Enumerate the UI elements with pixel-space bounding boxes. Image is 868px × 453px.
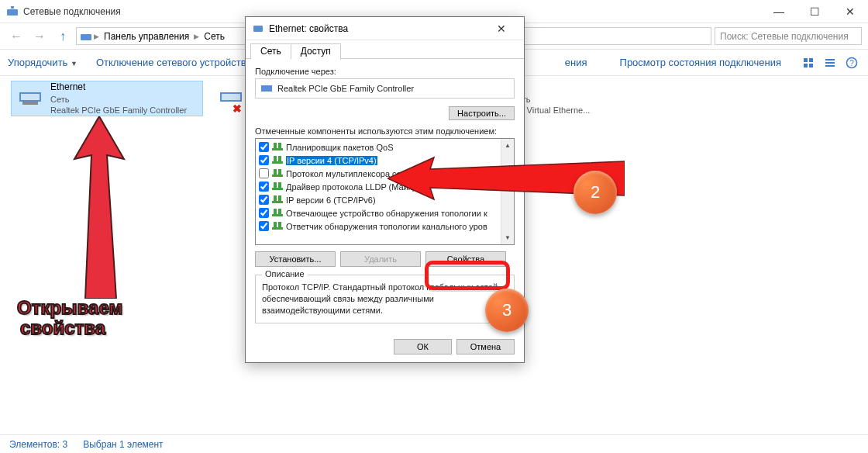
network-icon: [80, 30, 92, 43]
status-bar: Элементов: 3 Выбран 1 элемент: [0, 434, 868, 453]
component-row[interactable]: Ответчик обнаружения топологии канальног…: [257, 220, 499, 233]
component-label: IP версии 6 (TCP/IPv6): [286, 195, 376, 205]
scroll-down-icon[interactable]: ▼: [501, 231, 514, 244]
dialog-title: Ethernet: свойства: [269, 23, 485, 34]
window-title: Сетевые подключения: [23, 6, 761, 17]
forward-button[interactable]: →: [29, 28, 50, 45]
protocol-icon: [271, 155, 284, 166]
protocol-icon: [271, 195, 284, 206]
disabled-icon: ✖: [232, 102, 242, 115]
svg-rect-29: [272, 201, 283, 203]
svg-rect-34: [278, 209, 281, 214]
connection-partial[interactable]: еть ni Virtual Etherne...: [513, 81, 653, 116]
svg-rect-27: [274, 182, 277, 188]
component-label: Драйвер протокола LLDP (Майкро т): [286, 182, 431, 192]
svg-rect-9: [825, 65, 835, 67]
status-selection: Выбран 1 элемент: [83, 439, 163, 450]
window-controls: — ☐ ✕: [761, 0, 868, 22]
help-button[interactable]: ?: [843, 54, 860, 71]
connection-ethernet[interactable]: Ethernet Сеть Realtek PCIe GbE Family Co…: [11, 81, 203, 116]
component-row[interactable]: Драйвер протокола LLDP (Майкро т): [257, 180, 499, 193]
adapter-icon: [260, 82, 273, 95]
search-input[interactable]: Поиск: Сетевые подключения: [715, 27, 862, 45]
svg-rect-14: [222, 94, 240, 100]
configure-button[interactable]: Настроить...: [449, 106, 515, 120]
component-checkbox[interactable]: [259, 168, 269, 178]
scrollbar[interactable]: ▲ ▼: [501, 139, 514, 244]
svg-rect-6: [809, 64, 813, 67]
svg-rect-33: [274, 209, 277, 214]
tab-network[interactable]: Сеть: [250, 43, 291, 60]
svg-rect-7: [825, 59, 835, 61]
svg-rect-19: [278, 143, 281, 148]
component-row[interactable]: Протокол мультиплексора се: [257, 167, 499, 180]
view-state[interactable]: ения: [565, 57, 587, 68]
breadcrumb-sep: ▶: [94, 33, 99, 40]
dialog-close-button[interactable]: ✕: [485, 17, 518, 40]
connection-text: Ethernet Сеть Realtek PCIe GbE Family Co…: [50, 81, 198, 116]
svg-rect-24: [274, 169, 277, 175]
component-label: Планировщик пакетов QoS: [286, 143, 394, 152]
component-label: IP версии 4 (TCP/IPv4): [286, 156, 377, 165]
component-checkbox[interactable]: [259, 208, 269, 218]
adapter-box: Realtek PCIe GbE Family Controller: [255, 78, 515, 99]
disable-device-button[interactable]: Отключение сетевого устройства: [96, 57, 252, 68]
component-checkbox[interactable]: [259, 221, 269, 231]
svg-rect-25: [278, 169, 281, 175]
network-icon: [6, 5, 19, 18]
component-label: Протокол мультиплексора се: [286, 169, 401, 178]
tab-access[interactable]: Доступ: [291, 43, 341, 60]
protocol-icon: [271, 182, 284, 192]
component-row[interactable]: IP версии 4 (TCP/IPv4): [257, 154, 499, 167]
adapter-name: Realtek PCIe GbE Family Controller: [277, 84, 414, 93]
details-button[interactable]: [822, 54, 839, 71]
install-button[interactable]: Установить...: [255, 251, 336, 267]
scroll-up-icon[interactable]: ▲: [501, 139, 514, 152]
component-checkbox[interactable]: [259, 142, 269, 152]
component-row[interactable]: IP версии 6 (TCP/IPv6): [257, 193, 499, 206]
svg-rect-32: [272, 214, 283, 216]
protocol-icon: [271, 168, 284, 179]
connection-text: еть ni Virtual Etherne...: [518, 81, 648, 116]
svg-rect-16: [261, 85, 272, 92]
svg-rect-17: [272, 148, 283, 150]
dialog-titlebar[interactable]: Ethernet: свойства ✕: [246, 17, 524, 40]
svg-rect-37: [278, 222, 281, 227]
component-checkbox[interactable]: [259, 155, 269, 165]
up-button[interactable]: ↑: [53, 28, 73, 45]
status-count: Элементов: 3: [9, 439, 67, 450]
view-button[interactable]: [800, 54, 817, 71]
back-button[interactable]: ←: [6, 28, 26, 45]
description-legend: Описание: [262, 269, 308, 278]
highlight-properties: [425, 261, 510, 290]
components-list[interactable]: Планировщик пакетов QoSIP версии 4 (TCP/…: [255, 138, 515, 245]
components-label: Отмеченные компоненты используются этим …: [255, 126, 515, 136]
connect-via-label: Подключение через:: [255, 67, 515, 76]
svg-rect-21: [274, 156, 277, 161]
adapter-icon: [16, 85, 44, 112]
component-row[interactable]: Планировщик пакетов QoS: [257, 140, 499, 154]
breadcrumb-control-panel[interactable]: Панель управления: [101, 31, 192, 42]
ethernet-properties-dialog: Ethernet: свойства ✕ Сеть Доступ Подключ…: [245, 16, 525, 363]
svg-text:?: ?: [849, 59, 854, 67]
ok-button[interactable]: ОК: [394, 339, 452, 354]
cancel-button[interactable]: Отмена: [456, 339, 515, 354]
dialog-footer: ОК Отмена: [246, 331, 524, 362]
svg-rect-31: [278, 195, 281, 201]
component-checkbox[interactable]: [259, 182, 269, 192]
remove-button: Удалить: [340, 251, 421, 267]
breadcrumb-network[interactable]: Сеть: [201, 31, 228, 42]
svg-rect-5: [804, 64, 808, 67]
organize-menu[interactable]: Упорядочить ▼: [8, 57, 78, 68]
svg-rect-26: [272, 188, 283, 190]
rename-button[interactable]: Просмотр состояния подключения: [620, 57, 781, 68]
protocol-icon: [271, 208, 284, 219]
svg-rect-22: [278, 156, 281, 161]
minimize-button[interactable]: —: [761, 0, 797, 22]
svg-rect-0: [7, 9, 18, 16]
component-checkbox[interactable]: [259, 195, 269, 205]
maximize-button[interactable]: ☐: [797, 0, 832, 22]
close-button[interactable]: ✕: [832, 0, 868, 22]
svg-rect-4: [809, 58, 813, 62]
component-row[interactable]: Отвечающее устройство обнаружения тополо…: [257, 206, 499, 220]
